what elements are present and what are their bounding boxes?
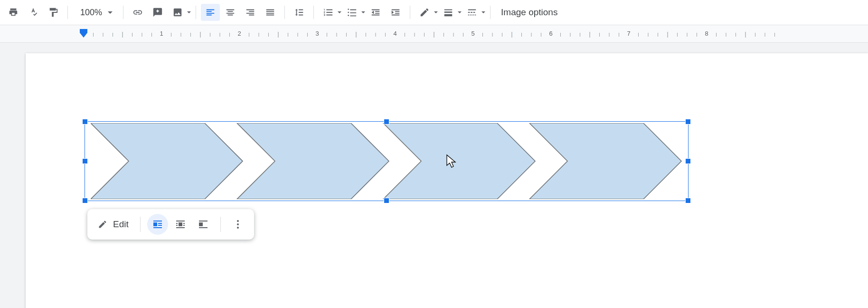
separator <box>220 217 221 232</box>
svg-text:7: 7 <box>627 31 630 37</box>
svg-rect-0 <box>80 29 87 33</box>
separator <box>67 6 68 19</box>
separator <box>196 6 196 19</box>
resize-handle-tl[interactable] <box>82 119 88 125</box>
chevron-down-icon <box>458 11 462 13</box>
indent-marker-icon[interactable] <box>78 29 89 39</box>
numbered-list-combo[interactable] <box>319 4 341 21</box>
svg-marker-74 <box>91 123 243 199</box>
bulleted-list-icon <box>342 4 361 21</box>
resize-handle-br[interactable] <box>685 198 691 203</box>
bulleted-list-combo[interactable] <box>342 4 365 21</box>
border-dash-icon <box>462 4 481 21</box>
chevron-down-icon <box>108 11 113 14</box>
svg-text:3: 3 <box>315 31 319 37</box>
svg-marker-1 <box>80 33 87 38</box>
wrap-text-icon[interactable] <box>170 214 191 235</box>
document-canvas[interactable]: Edit <box>0 43 868 308</box>
resize-handle-bm[interactable] <box>384 198 389 203</box>
separator <box>284 6 285 19</box>
svg-text:8: 8 <box>705 31 708 37</box>
svg-marker-77 <box>529 123 681 199</box>
add-comment-icon[interactable] <box>148 4 167 21</box>
numbered-list-icon <box>319 4 338 21</box>
align-justify-icon[interactable] <box>261 4 280 21</box>
separator <box>490 6 491 19</box>
edit-label: Edit <box>113 219 129 230</box>
chevron-down-icon <box>187 11 191 13</box>
border-dash-combo[interactable] <box>462 4 485 21</box>
align-center-icon[interactable] <box>221 4 240 21</box>
svg-text:1: 1 <box>160 31 163 37</box>
drawing-object[interactable] <box>85 121 689 201</box>
chevron-down-icon <box>481 11 485 13</box>
line-spacing-icon[interactable] <box>290 4 309 21</box>
separator <box>140 217 141 232</box>
align-right-icon[interactable] <box>241 4 260 21</box>
resize-handle-mr[interactable] <box>685 158 691 164</box>
svg-marker-75 <box>237 123 389 199</box>
resize-handle-ml[interactable] <box>82 158 88 164</box>
insert-image-combo[interactable] <box>168 4 191 21</box>
resize-handle-tr[interactable] <box>685 119 691 125</box>
print-icon[interactable] <box>4 4 23 21</box>
separator <box>123 6 123 19</box>
mouse-cursor-icon <box>446 154 457 167</box>
decrease-indent-icon[interactable] <box>366 4 385 21</box>
resize-handle-bl[interactable] <box>82 198 88 203</box>
border-weight-combo[interactable] <box>439 4 462 21</box>
svg-text:5: 5 <box>471 31 474 37</box>
chevron-down-icon <box>361 11 365 13</box>
image-options-button[interactable]: Image options <box>495 7 563 18</box>
paint-format-icon[interactable] <box>44 4 63 21</box>
svg-marker-76 <box>383 123 535 199</box>
chevron-shapes <box>91 123 682 199</box>
image-float-palette: Edit <box>87 209 254 240</box>
zoom-value: 100% <box>80 8 102 18</box>
pencil-icon <box>415 4 434 21</box>
main-toolbar: 100% <box>0 0 868 25</box>
spellcheck-icon[interactable] <box>24 4 43 21</box>
chevron-down-icon <box>338 11 341 13</box>
insert-image-icon <box>168 4 187 21</box>
resize-handle-tm[interactable] <box>384 119 389 125</box>
insert-link-icon[interactable] <box>128 4 147 21</box>
separator <box>313 6 314 19</box>
svg-text:6: 6 <box>549 31 552 37</box>
border-weight-icon <box>439 4 458 21</box>
more-options-icon[interactable] <box>227 214 248 235</box>
svg-text:2: 2 <box>237 31 241 37</box>
increase-indent-icon[interactable] <box>386 4 405 21</box>
separator <box>410 6 410 19</box>
horizontal-ruler[interactable]: 12345678 <box>0 25 868 43</box>
ruler-ticks: 12345678 <box>0 31 868 42</box>
chevron-down-icon <box>434 11 438 13</box>
zoom-combo[interactable]: 100% <box>73 8 118 18</box>
wrap-break-icon[interactable] <box>193 214 214 235</box>
border-color-combo[interactable] <box>415 4 438 21</box>
svg-text:4: 4 <box>393 31 396 37</box>
align-left-icon[interactable] <box>201 4 220 21</box>
edit-button[interactable]: Edit <box>93 219 133 230</box>
wrap-inline-icon[interactable] <box>147 214 168 235</box>
